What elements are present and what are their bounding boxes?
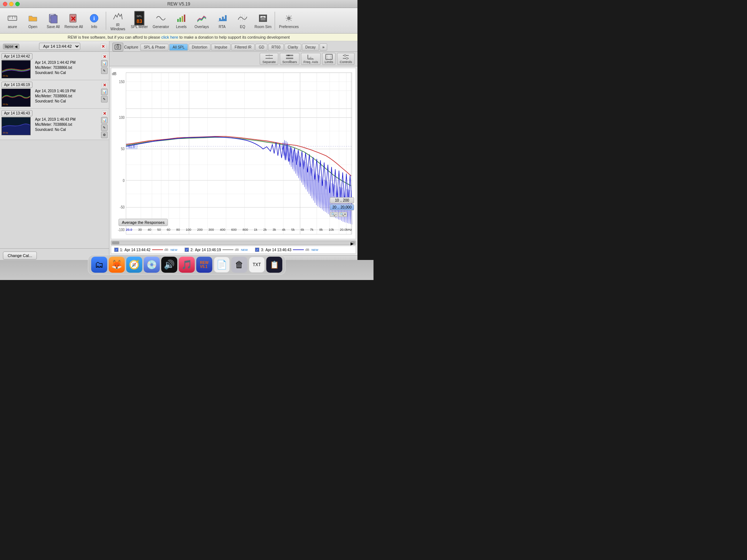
- tab-impulse[interactable]: Impulse: [211, 44, 231, 51]
- meas2-icon-graph[interactable]: 📊: [101, 89, 108, 95]
- tab-filtered-ir[interactable]: Filtered IR: [231, 44, 255, 51]
- tab-gd[interactable]: GD: [255, 44, 267, 51]
- separate-button[interactable]: Separate: [260, 53, 278, 65]
- limits-button[interactable]: Limits: [322, 53, 336, 65]
- meas1-icon-edit[interactable]: ✎: [101, 67, 108, 74]
- room-sim-button[interactable]: Room Sim: [253, 10, 272, 32]
- open-button[interactable]: Open: [23, 10, 42, 32]
- generator-label: Generator: [152, 25, 169, 29]
- meas3-icon-graph[interactable]: 📊: [101, 117, 108, 124]
- info-label: Info: [91, 25, 97, 29]
- meas3-icon-edit[interactable]: ✎: [101, 124, 108, 131]
- dock-finder2[interactable]: 📄: [214, 257, 230, 273]
- tab-all-spl[interactable]: All SPL: [169, 44, 188, 51]
- freq-label-40: 40: [148, 228, 151, 232]
- graph-controls: Separate Scrollbars: [109, 52, 357, 66]
- freq-label-5k: 5k: [291, 228, 295, 232]
- tab-distortion[interactable]: Distortion: [189, 44, 210, 51]
- graph-scrollbar[interactable]: ▶: [111, 241, 356, 245]
- generator-button[interactable]: Generator: [151, 10, 170, 32]
- dock-doc[interactable]: 📋: [266, 257, 282, 273]
- range-20-20000-button[interactable]: 20 .. 20,000: [330, 204, 354, 210]
- meas3-soundcard: Soundcard: No Cal: [35, 127, 100, 132]
- legend-checkbox-3[interactable]: ✓: [255, 248, 259, 252]
- date-selector[interactable]: Apr 14 13:44:42: [39, 43, 80, 50]
- overlays-button[interactable]: Overlays: [192, 10, 211, 32]
- dock-txt[interactable]: TXT: [249, 257, 265, 273]
- legend-db-2: dB: [235, 248, 239, 252]
- info-button[interactable]: i Info: [85, 10, 104, 32]
- tab-rt60[interactable]: RT60: [268, 44, 283, 51]
- legend-checkbox-1[interactable]: ✓: [114, 248, 119, 252]
- eq-button[interactable]: EQ: [233, 10, 252, 32]
- zoom-icon-left[interactable]: 🔍-: [330, 212, 338, 217]
- dock-finder[interactable]: 🗂: [91, 257, 107, 273]
- tab-more-button[interactable]: »: [320, 43, 327, 51]
- measurement-date-3[interactable]: Apr 14 13:46:43: [1, 110, 32, 116]
- legend-date-3: Apr 14 13:46:43: [266, 248, 291, 252]
- close-button[interactable]: [3, 2, 7, 6]
- measurement-date-1[interactable]: Apr 14 13:44:42: [1, 53, 32, 59]
- range-10-200-button[interactable]: 10 .. 200: [330, 197, 354, 203]
- svg-rect-16: [184, 15, 185, 22]
- save-all-button[interactable]: Save All: [44, 10, 63, 32]
- preferences-button[interactable]: Preferences: [277, 10, 301, 32]
- spl-meter-button[interactable]: SPL 83 SPL Meter: [129, 10, 150, 32]
- freq-axis-button[interactable]: Freq. Axis: [301, 53, 321, 65]
- meas3-close[interactable]: ×: [102, 110, 108, 116]
- dock-trash[interactable]: 🗑: [231, 257, 247, 273]
- zoom-icon-right[interactable]: 🔍+: [338, 212, 347, 217]
- dock-safari[interactable]: 🧭: [126, 257, 142, 273]
- meas3-icons: 📊 ✎ ⚙: [101, 117, 108, 138]
- info-banner-link[interactable]: click here: [161, 35, 178, 39]
- rta-label: RTA: [218, 25, 225, 29]
- meas2-mic: Mic/Meter: 7038866.txt: [35, 94, 100, 99]
- legend-new-2: NEW: [241, 248, 248, 252]
- meas3-icon-extra[interactable]: ⚙: [101, 132, 108, 138]
- freq-label-20khz: 20.0kHz: [340, 228, 352, 232]
- capture-button[interactable]: [112, 43, 123, 51]
- freq-label-400: 400: [220, 228, 225, 232]
- controls-button[interactable]: Controls: [337, 53, 355, 65]
- room-sim-label: Room Sim: [255, 25, 272, 29]
- levels-button[interactable]: Levels: [172, 10, 191, 32]
- meas3-full-date: Apr 14, 2019 1:46:43 PM: [35, 117, 100, 122]
- meas1-close[interactable]: ×: [102, 54, 108, 59]
- dock-itunes[interactable]: 💿: [144, 257, 160, 273]
- dock-firefox[interactable]: 🦊: [109, 257, 125, 273]
- change-cal-button[interactable]: Change Cal...: [3, 252, 37, 260]
- measurement-date-2[interactable]: Apr 14 13:46:19: [1, 82, 32, 88]
- tab-clarity[interactable]: Clarity: [285, 44, 301, 51]
- scrollbar-thumb[interactable]: [112, 241, 119, 244]
- freq-label-6k: 6k: [301, 228, 304, 232]
- legend-new-1: NEW: [171, 248, 178, 252]
- measure-button[interactable]: asure: [3, 10, 22, 32]
- scrollbar-right-arrow[interactable]: ▶: [351, 241, 355, 244]
- ir-windows-button[interactable]: IR Windows: [108, 10, 127, 32]
- minimize-button[interactable]: [9, 2, 13, 6]
- meas2-close[interactable]: ×: [102, 82, 108, 88]
- collapse-button[interactable]: lapse ◀: [3, 44, 19, 49]
- meas2-icon-edit[interactable]: ✎: [101, 96, 108, 102]
- remove-all-button[interactable]: Remove All: [64, 10, 83, 32]
- average-responses-button[interactable]: Average the Responses: [119, 219, 168, 226]
- legend-checkbox-2[interactable]: ✓: [185, 248, 189, 252]
- tab-spl-phase[interactable]: SPL & Phase: [140, 44, 169, 51]
- freq-axis: 20.0 30 40 50 60 80 100 200 300 400 600 …: [126, 228, 352, 232]
- meas1-icon-graph[interactable]: 📊: [101, 60, 108, 67]
- dock-soundflower[interactable]: 🔊: [161, 257, 177, 273]
- freq-label-200: 200: [197, 228, 202, 232]
- meas2-date: Apr 14 13:46:19: [4, 83, 30, 87]
- graph-svg: 150 100 50 0 -50 -100 61.8: [111, 68, 356, 239]
- meas1-details: Apr 14, 2019 1:44:42 PM Mic/Meter: 70388…: [35, 60, 100, 75]
- scrollbars-button[interactable]: Scrollbars: [280, 53, 299, 65]
- rta-button[interactable]: RTA: [213, 10, 232, 32]
- maximize-button[interactable]: [15, 2, 20, 6]
- tab-decay[interactable]: Decay: [302, 44, 319, 51]
- dock-music[interactable]: 🎵: [179, 257, 195, 273]
- dock-rew[interactable]: REWV5.1: [196, 257, 212, 273]
- spl-meter-label: SPL Meter: [131, 25, 148, 29]
- levels-label: Levels: [176, 25, 187, 29]
- meas1-mic: Mic/Meter: 7038866.txt: [35, 65, 100, 70]
- close-sidebar-button[interactable]: ×: [100, 43, 106, 49]
